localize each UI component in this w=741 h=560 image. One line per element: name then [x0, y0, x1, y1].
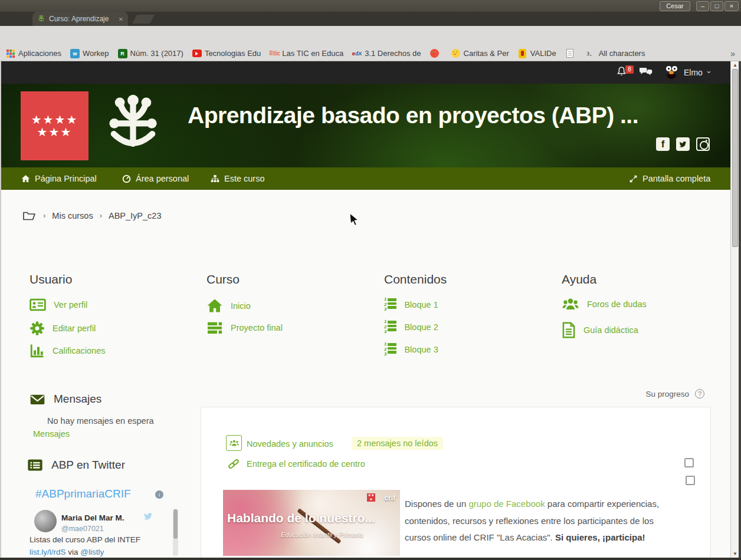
revista-icon: R [118, 49, 127, 58]
link-guia-didactica[interactable]: Guía didáctica [562, 322, 638, 338]
twitter-widget-scrollbar[interactable] [173, 509, 178, 556]
document-icon [562, 322, 576, 338]
username-label[interactable]: Elmo [684, 68, 703, 77]
heart-eyes-emoji-icon [430, 49, 440, 58]
twitter-icon[interactable] [676, 137, 690, 151]
link-bloque-3[interactable]: 123 Bloque 3 [384, 342, 438, 357]
twitter-block-header: ABP en Twitter [27, 459, 125, 472]
bookmark-num31[interactable]: RNúm. 31 (2017) [118, 49, 183, 58]
twitter-bird-icon[interactable] [143, 512, 153, 521]
madrid-flag-logo: ★★★★ ★★★ [21, 91, 88, 160]
tab-title: Curso: Aprendizaje [49, 15, 115, 23]
column-title-contenidos: Contenidos [384, 272, 447, 286]
bookmark-allchars[interactable]: з。All characters [586, 49, 645, 58]
messages-empty-text: No hay mensajes en espera [47, 416, 154, 426]
dashboard-icon [122, 174, 131, 183]
link-novedades-y-anuncios[interactable]: Novedades y anuncios [247, 439, 333, 449]
link-entrega-certificado[interactable]: Entrega el certificado de centro [247, 459, 365, 469]
nav-area-personal[interactable]: Área personal [122, 167, 189, 190]
unread-messages-badge[interactable]: 2 mensajes no leídos [352, 437, 443, 450]
course-banner: ★★★★ ★★★ Aprendizaje basado en proyectos… [0, 84, 741, 167]
bookmark-emoji[interactable] [430, 49, 442, 58]
bookmarks-bar: Aplicaciones wWorkep RNúm. 31 (2017) Tec… [0, 46, 741, 61]
browser-tab[interactable]: Curso: Aprendizaje × [32, 12, 128, 26]
scroll-up-icon[interactable]: ▲ [731, 62, 739, 68]
announcement-image-subtitle: Educación Infantil y Primaria [281, 531, 363, 538]
link-ver-perfil[interactable]: Ver perfil [29, 298, 87, 311]
social-links: f [656, 137, 710, 151]
bookmark-page[interactable] [565, 49, 578, 58]
valide-icon [518, 49, 527, 58]
link-bloque-1[interactable]: 123 Bloque 1 [384, 297, 438, 312]
info-icon[interactable]: i [155, 490, 163, 499]
notification-count-badge: 8 [625, 65, 634, 74]
course-navbar: Página Principal Área personal Este curs… [0, 167, 741, 190]
minimize-button[interactable]: – [696, 1, 709, 11]
messages-chat-icon[interactable] [638, 67, 653, 77]
bookmark-caritas[interactable]: Caritas & Per [451, 49, 509, 58]
link-bloque-2[interactable]: 123 Bloque 2 [384, 319, 438, 335]
nav-este-curso[interactable]: Este curso [211, 167, 265, 190]
mouse-cursor [349, 213, 361, 226]
nav-pagina-principal[interactable]: Página Principal [21, 167, 97, 190]
link-inicio[interactable]: Inicio [206, 298, 251, 313]
scroll-down-icon[interactable]: ▼ [731, 551, 739, 556]
tweet-text: Listas del curso ABP del INTEF [29, 535, 140, 544]
announcement-text: Dispones de un grupo de Facebook para co… [405, 496, 682, 546]
folder-open-icon[interactable] [22, 210, 37, 221]
link-calificaciones[interactable]: Calificaciones [29, 343, 105, 358]
window-titlebar: Cesar – □ × [0, 0, 741, 12]
tweet-link[interactable]: list.ly/l/rdS [29, 548, 66, 556]
workep-icon: w [70, 49, 80, 58]
link-chain-icon [227, 458, 240, 470]
instagram-icon[interactable] [696, 137, 710, 151]
bar-chart-icon [29, 343, 45, 358]
completion-checkbox-2[interactable] [686, 476, 695, 485]
bookmark-lastic[interactable]: ⠿ticLas TIC en Educa [270, 49, 343, 58]
link-proyecto-final[interactable]: Proyecto final [206, 321, 283, 335]
twitter-hashtag-link[interactable]: #ABPprimariaCRIF [35, 487, 131, 500]
expand-icon [629, 174, 638, 183]
bookmark-derechos[interactable]: edX3.1 Derechos de [352, 49, 421, 58]
browser-window: Cesar – □ × Curso: Aprendizaje × ← → ↻ i… [0, 0, 741, 560]
tab-favicon-icon [37, 15, 45, 23]
maximize-button[interactable]: □ [710, 1, 723, 11]
close-button[interactable]: × [724, 1, 739, 11]
help-question-icon[interactable]: ? [695, 389, 704, 398]
bookmarks-overflow-chevron[interactable]: » [730, 49, 735, 58]
column-title-curso: Curso [206, 272, 240, 286]
facebook-group-link[interactable]: grupo de Facebook [468, 499, 545, 509]
sitemap-icon [211, 174, 219, 183]
home-icon [21, 174, 30, 183]
session-label-button[interactable]: Cesar [660, 1, 690, 11]
ordered-list-icon: 123 [384, 319, 396, 335]
new-tab-button[interactable] [132, 15, 155, 24]
tweet-author-name[interactable]: Maria Del Mar M. [61, 513, 124, 522]
bookmark-tecnologias[interactable]: Tecnologias Edu [192, 49, 261, 58]
bookmark-workep[interactable]: wWorkep [70, 49, 109, 58]
browser-toolbar: ← → ↻ i formacion.educa.madrid.org/cours… [0, 26, 741, 46]
user-menu-chevron-icon[interactable]: ⌄ [706, 66, 712, 75]
breadcrumb-mis-cursos[interactable]: Mis cursos [52, 211, 93, 220]
announcement-image[interactable]: ★★★ crif Hablando de lo nuestro... Educa… [223, 490, 400, 556]
completion-checkbox-1[interactable] [684, 458, 694, 467]
characters-icon: з。 [586, 49, 596, 58]
bookmark-apps[interactable]: Aplicaciones [6, 49, 61, 58]
messages-link[interactable]: Mensajes [33, 429, 70, 439]
scrollbar-thumb[interactable] [732, 69, 738, 247]
bookmark-valide[interactable]: VALIDe [518, 49, 556, 58]
link-editar-perfil[interactable]: Editar perfil [29, 321, 96, 336]
tweet-author-handle[interactable]: @mae07021 [61, 525, 104, 533]
facebook-icon[interactable]: f [656, 137, 670, 151]
column-title-ayuda: Ayuda [562, 272, 596, 286]
link-foros-de-dudas[interactable]: Foros de dudas [562, 297, 647, 312]
tweet-author-avatar[interactable] [34, 510, 57, 532]
ordered-list-icon: 123 [384, 297, 396, 312]
browser-scrollbar[interactable]: ▲ ▼ [730, 61, 739, 558]
tweet-via-handle[interactable]: @listly [80, 548, 104, 556]
breadcrumb-course-code: ABP_IyP_c23 [109, 211, 161, 220]
tab-close-icon[interactable]: × [119, 15, 123, 24]
breadcrumb: › Mis cursos › ABP_IyP_c23 [22, 210, 161, 221]
nav-pantalla-completa[interactable]: Pantalla completa [629, 167, 710, 190]
envelope-icon [29, 393, 45, 406]
